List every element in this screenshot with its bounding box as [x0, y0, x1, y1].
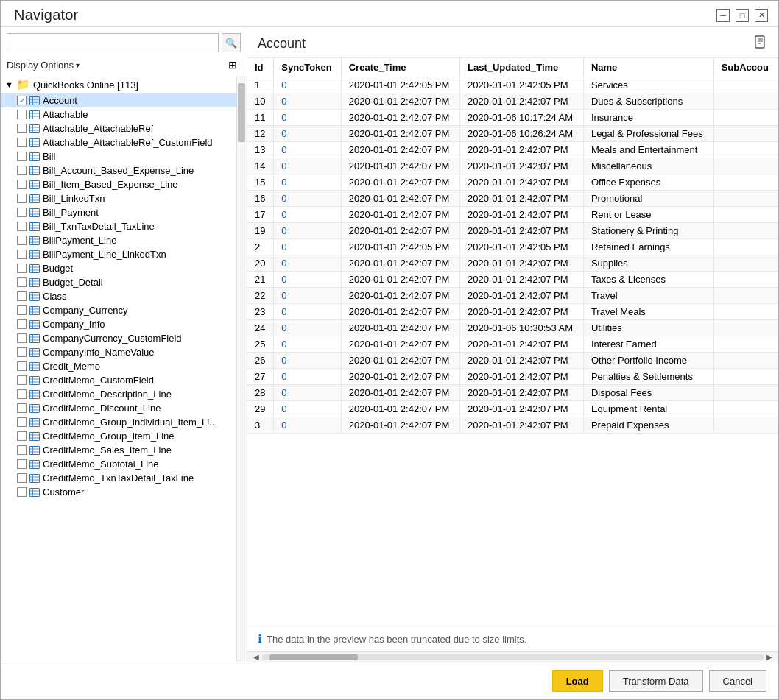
tree-items-container: AccountAttachableAttachable_AttachableRe…	[1, 93, 247, 499]
table-cell	[713, 385, 778, 401]
table-cell: 0	[274, 77, 341, 93]
col-synctoken: SyncToken	[274, 58, 341, 77]
tree-item[interactable]: CompanyCurrency_CustomField	[1, 331, 247, 345]
table-icon	[29, 390, 40, 399]
tree-item[interactable]: BillPayment_Line_LinkedTxn	[1, 247, 247, 261]
tree-item-checkbox[interactable]	[17, 277, 27, 287]
tree-item-checkbox[interactable]	[17, 361, 27, 371]
maximize-button[interactable]: □	[736, 9, 749, 22]
load-button[interactable]: Load	[552, 670, 603, 692]
tree-item-checkbox[interactable]	[17, 389, 27, 399]
tree-item[interactable]: CreditMemo_TxnTaxDetail_TaxLine	[1, 471, 247, 485]
truncate-notice: ℹ The data in the preview has been trunc…	[247, 626, 778, 651]
horizontal-scrollbar[interactable]: ◀ ▶	[247, 651, 778, 662]
tree-item-checkbox[interactable]	[17, 375, 27, 385]
tree-item[interactable]: Bill_Payment	[1, 205, 247, 219]
tree-item[interactable]: Class	[1, 289, 247, 303]
tree-item[interactable]: CreditMemo_Discount_Line	[1, 401, 247, 415]
tree-group-header[interactable]: ▼ 📁 QuickBooks Online [113]	[1, 76, 247, 93]
tree-item-checkbox[interactable]	[17, 264, 27, 273]
table-cell: Promotional	[583, 191, 713, 207]
tree-item-checkbox[interactable]	[17, 166, 27, 175]
tree-item[interactable]: BillPayment_Line	[1, 233, 247, 247]
search-input[interactable]	[7, 33, 219, 52]
tree-item-checkbox[interactable]	[17, 347, 27, 357]
tree-item[interactable]: Company_Info	[1, 317, 247, 331]
tree-item-checkbox[interactable]	[17, 403, 27, 413]
table-cell: 2020-01-01 2:42:07 PM	[459, 207, 583, 223]
tree-item-checkbox[interactable]	[17, 333, 27, 343]
table-cell	[713, 288, 778, 304]
tree-item-checkbox[interactable]	[17, 417, 27, 427]
cancel-button[interactable]: Cancel	[709, 670, 766, 692]
table-row: 102020-01-01 2:42:05 PM2020-01-01 2:42:0…	[247, 77, 778, 93]
table-cell: 2020-01-01 2:42:07 PM	[341, 223, 459, 239]
tree-item[interactable]: CreditMemo_Sales_Item_Line	[1, 443, 247, 457]
tree-item-checkbox[interactable]	[17, 236, 27, 245]
tree-item[interactable]: Budget	[1, 261, 247, 275]
table-cell: 0	[274, 239, 341, 255]
tree-item[interactable]: Attachable_AttachableRef	[1, 121, 247, 135]
tree-item-checkbox[interactable]	[17, 459, 27, 469]
tree-item-checkbox[interactable]	[17, 152, 27, 161]
minimize-button[interactable]: ─	[716, 9, 730, 22]
tree-item-checkbox[interactable]	[17, 208, 27, 217]
tree-item-checkbox[interactable]	[17, 305, 27, 315]
tree-item[interactable]: CreditMemo_Group_Item_Line	[1, 429, 247, 443]
tree-item[interactable]: Bill_Account_Based_Expense_Line	[1, 163, 247, 177]
tree-item[interactable]: Bill_Item_Based_Expense_Line	[1, 177, 247, 191]
tree-item[interactable]: Customer	[1, 485, 247, 499]
tree-item[interactable]: Budget_Detail	[1, 275, 247, 289]
scrollbar-thumb[interactable]	[238, 83, 245, 142]
tree-item-checkbox[interactable]	[17, 124, 27, 133]
nav-icon-button[interactable]: ⊞	[225, 57, 241, 73]
table-cell: 2020-01-01 2:42:05 PM	[341, 77, 459, 93]
table-cell: 0	[274, 401, 341, 417]
tree-item[interactable]: Bill_TxnTaxDetail_TaxLine	[1, 219, 247, 233]
tree-item[interactable]: Bill_LinkedTxn	[1, 191, 247, 205]
tree-item[interactable]: Credit_Memo	[1, 359, 247, 373]
tree-item-checkbox[interactable]	[17, 222, 27, 231]
tree-item-checkbox[interactable]	[17, 319, 27, 329]
scroll-track	[262, 654, 764, 660]
tree-item-checkbox[interactable]	[17, 250, 27, 259]
close-button[interactable]: ✕	[755, 9, 768, 22]
tree-item[interactable]: Attachable_AttachableRef_CustomField	[1, 135, 247, 149]
tree-area[interactable]: ▼ 📁 QuickBooks Online [113] AccountAttac…	[1, 76, 247, 662]
tree-item-checkbox[interactable]	[17, 445, 27, 455]
tree-item[interactable]: Bill	[1, 149, 247, 163]
table-icon	[29, 96, 40, 105]
tree-item-checkbox[interactable]	[17, 180, 27, 189]
tree-item[interactable]: CreditMemo_Description_Line	[1, 387, 247, 401]
tree-item-checkbox[interactable]	[17, 138, 27, 147]
scroll-left-arrow[interactable]: ◀	[250, 653, 262, 661]
tree-item-checkbox[interactable]	[17, 487, 27, 497]
transform-data-button[interactable]: Transform Data	[609, 670, 703, 692]
tree-item[interactable]: CreditMemo_CustomField	[1, 373, 247, 387]
navigator-window: Navigator ─ □ ✕ 🔍 Display Options ▾ ⊞	[0, 0, 779, 700]
tree-item-checkbox[interactable]	[17, 96, 27, 105]
table-icon	[29, 376, 40, 385]
tree-item[interactable]: Attachable	[1, 107, 247, 121]
tree-item[interactable]: Company_Currency	[1, 303, 247, 317]
tree-item[interactable]: Account	[1, 93, 247, 107]
tree-item-checkbox[interactable]	[17, 431, 27, 441]
tree-item[interactable]: CreditMemo_Group_Individual_Item_Li...	[1, 415, 247, 429]
table-cell: 22	[247, 288, 274, 304]
table-cell: 2020-01-01 2:42:07 PM	[341, 385, 459, 401]
tree-item-checkbox[interactable]	[17, 110, 27, 119]
table-wrapper[interactable]: Id SyncToken Create_Time Last_Updated_Ti…	[247, 58, 778, 626]
search-button[interactable]: 🔍	[222, 33, 241, 52]
tree-item[interactable]: CompanyInfo_NameValue	[1, 345, 247, 359]
display-options-button[interactable]: Display Options ▾	[7, 60, 80, 71]
tree-item-checkbox[interactable]	[17, 194, 27, 203]
tree-item-label: CreditMemo_Description_Line	[43, 389, 172, 400]
tree-item-checkbox[interactable]	[17, 473, 27, 483]
tree-item-checkbox[interactable]	[17, 291, 27, 301]
scroll-right-arrow[interactable]: ▶	[764, 653, 775, 661]
table-icon	[29, 460, 40, 469]
tree-root: ▼ 📁 QuickBooks Online [113] AccountAttac…	[1, 76, 247, 502]
table-cell: 2020-01-01 2:42:07 PM	[459, 401, 583, 417]
scroll-thumb[interactable]	[269, 654, 358, 660]
tree-item[interactable]: CreditMemo_Subtotal_Line	[1, 457, 247, 471]
